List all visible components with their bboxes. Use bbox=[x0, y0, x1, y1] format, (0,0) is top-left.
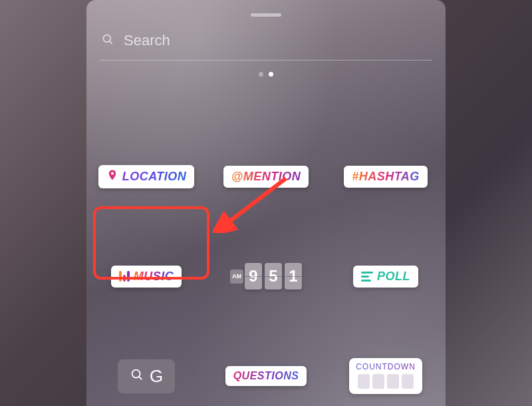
sticker-mention[interactable]: @MENTION bbox=[223, 166, 309, 188]
music-bars-icon bbox=[119, 271, 130, 282]
location-pin-icon bbox=[106, 169, 118, 184]
page-dot-active bbox=[269, 72, 273, 77]
sticker-label: @MENTION bbox=[231, 170, 301, 184]
search-divider bbox=[100, 60, 432, 61]
time-digit: 5 bbox=[265, 263, 282, 290]
sticker-countdown[interactable]: COUNTDOWN bbox=[349, 358, 422, 394]
time-digits: 9 5 1 bbox=[245, 263, 302, 290]
sticker-hashtag[interactable]: #HASHTAG bbox=[344, 166, 428, 188]
sticker-sheet: LOCATION @MENTION #HASHTAG MUSIC AM 9 5 bbox=[86, 0, 446, 406]
search-icon bbox=[101, 33, 114, 49]
sticker-label: LOCATION bbox=[122, 170, 187, 184]
svg-point-2 bbox=[132, 369, 140, 377]
sticker-label: G bbox=[150, 366, 163, 387]
time-ampm: AM bbox=[230, 270, 243, 284]
sticker-gif[interactable]: G bbox=[118, 359, 175, 393]
page-dot bbox=[259, 72, 263, 77]
search-icon bbox=[130, 366, 144, 387]
sticker-location[interactable]: LOCATION bbox=[98, 165, 195, 188]
countdown-blocks-icon bbox=[358, 374, 414, 389]
search-row[interactable] bbox=[101, 32, 431, 49]
sticker-poll[interactable]: POLL bbox=[353, 266, 418, 288]
svg-line-3 bbox=[139, 376, 142, 379]
sticker-questions[interactable]: QUESTIONS bbox=[225, 366, 307, 386]
sticker-label: POLL bbox=[377, 270, 410, 284]
search-input[interactable] bbox=[124, 32, 431, 49]
sticker-label: QUESTIONS bbox=[233, 370, 299, 382]
story-background: LOCATION @MENTION #HASHTAG MUSIC AM 9 5 bbox=[0, 0, 532, 406]
page-indicator[interactable] bbox=[86, 72, 446, 77]
sheet-grabber[interactable] bbox=[251, 13, 281, 17]
poll-bars-icon bbox=[361, 272, 373, 282]
time-digit: 1 bbox=[285, 263, 302, 290]
svg-point-0 bbox=[103, 35, 110, 42]
sticker-music[interactable]: MUSIC bbox=[111, 266, 182, 288]
sticker-label: MUSIC bbox=[134, 270, 174, 284]
svg-line-1 bbox=[110, 41, 112, 44]
sticker-label: #HASHTAG bbox=[352, 170, 420, 184]
time-digit: 9 bbox=[245, 263, 262, 290]
sticker-grid: LOCATION @MENTION #HASHTAG MUSIC AM 9 5 bbox=[86, 126, 446, 406]
sticker-label: COUNTDOWN bbox=[356, 362, 416, 371]
sticker-time[interactable]: AM 9 5 1 bbox=[230, 263, 302, 290]
